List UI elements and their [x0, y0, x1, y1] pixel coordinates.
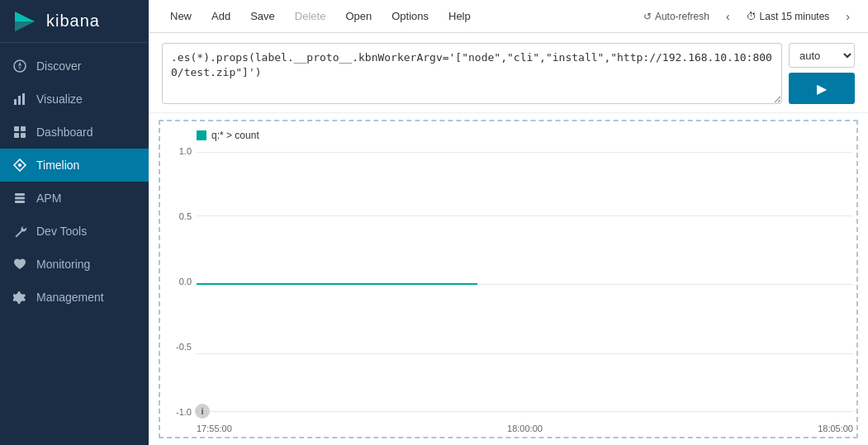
- chart-container: q:* > count 1.0 0.5 0.0 -0.5 -1.0: [159, 120, 858, 438]
- legend-color-swatch: [197, 130, 206, 140]
- svg-marker-1: [15, 21, 35, 31]
- svg-rect-5: [14, 99, 17, 105]
- sidebar-item-dashboard[interactable]: Dashboard: [0, 116, 149, 149]
- x-axis: 17:55:00 18:00:00 18:05:00: [197, 422, 853, 433]
- svg-rect-6: [18, 96, 21, 105]
- svg-rect-15: [15, 201, 25, 203]
- sidebar-logo: kibana: [0, 0, 149, 43]
- sidebar-item-management-label: Management: [36, 291, 104, 304]
- svg-marker-3: [18, 62, 21, 66]
- prev-time-button[interactable]: ‹: [721, 7, 735, 26]
- sidebar-item-dashboard-label: Dashboard: [36, 125, 93, 139]
- sidebar-item-discover-label: Discover: [36, 59, 81, 73]
- sidebar-item-timelion[interactable]: Timelion: [0, 149, 149, 182]
- toolbar: New Add Save Delete Open Options Help ↺ …: [149, 0, 868, 33]
- main-content: New Add Save Delete Open Options Help ↺ …: [149, 0, 868, 445]
- svg-point-12: [18, 163, 21, 167]
- sidebar-nav: Discover Visualize Dashboard Timelion AP…: [0, 43, 149, 314]
- gridline-threequarter: [197, 353, 853, 354]
- time-range-button[interactable]: ⏱ Last 15 minutes: [740, 7, 837, 26]
- chart-area: q:* > count 1.0 0.5 0.0 -0.5 -1.0: [149, 113, 868, 445]
- gridline-top: [197, 152, 853, 153]
- data-series-line: [197, 283, 477, 285]
- y-axis-tick-4: -0.5: [176, 342, 192, 352]
- kibana-logo-icon: [12, 8, 38, 35]
- compass-icon: [12, 58, 28, 74]
- sidebar-item-visualize-label: Visualize: [36, 92, 83, 106]
- open-button[interactable]: Open: [337, 7, 380, 26]
- svg-rect-8: [14, 126, 19, 131]
- svg-rect-7: [22, 93, 25, 105]
- time-range-label: Last 15 minutes: [760, 11, 830, 22]
- interval-select[interactable]: auto 1m 5m 1h 1d: [789, 43, 855, 68]
- auto-refresh-button[interactable]: ↺ Auto-refresh: [637, 7, 716, 26]
- timelion-icon: [12, 157, 28, 173]
- chart-body: 1.0 0.5 0.0 -0.5 -1.0: [164, 146, 853, 433]
- gridline-bottom: [197, 411, 853, 412]
- y-axis-tick-5: -1.0: [176, 407, 192, 417]
- next-time-button[interactable]: ›: [841, 7, 855, 26]
- stack-icon: [12, 190, 28, 206]
- new-button[interactable]: New: [162, 7, 200, 26]
- add-button[interactable]: Add: [203, 7, 239, 26]
- refresh-icon: ↺: [643, 11, 652, 22]
- sidebar-item-management[interactable]: Management: [0, 281, 149, 314]
- sidebar-item-apm[interactable]: APM: [0, 182, 149, 215]
- gear-icon: [12, 289, 28, 305]
- y-axis: 1.0 0.5 0.0 -0.5 -1.0: [164, 146, 197, 433]
- toolbar-right: ↺ Auto-refresh ‹ ⏱ Last 15 minutes ›: [637, 7, 855, 26]
- sidebar-item-monitoring[interactable]: Monitoring: [0, 248, 149, 281]
- sidebar-item-monitoring-label: Monitoring: [36, 258, 90, 271]
- gridline-quarter: [197, 215, 853, 216]
- options-button[interactable]: Options: [383, 7, 437, 26]
- app-name: kibana: [46, 12, 100, 31]
- chart-plot: [197, 146, 853, 422]
- y-axis-tick-3: 0.0: [179, 277, 192, 286]
- expression-controls: auto 1m 5m 1h 1d ▶: [789, 43, 855, 104]
- wrench-icon: [12, 223, 28, 239]
- x-axis-tick-1: 17:55:00: [197, 424, 232, 433]
- legend-label: q:* > count: [211, 130, 259, 141]
- sidebar-item-dev-tools-label: Dev Tools: [36, 225, 87, 238]
- svg-rect-11: [21, 133, 26, 138]
- svg-rect-13: [15, 193, 25, 196]
- chart-info-icon[interactable]: i: [195, 404, 210, 419]
- sidebar-item-discover[interactable]: Discover: [0, 50, 149, 83]
- svg-rect-9: [21, 126, 26, 131]
- chart-legend: q:* > count: [164, 128, 853, 146]
- sidebar: kibana Discover Visualize Dashboard Time…: [0, 0, 149, 445]
- sidebar-item-apm-label: APM: [36, 192, 61, 205]
- help-button[interactable]: Help: [440, 7, 479, 26]
- auto-refresh-label: Auto-refresh: [655, 11, 709, 22]
- grid-icon: [12, 124, 28, 140]
- heart-icon: [12, 256, 28, 272]
- expression-area: auto 1m 5m 1h 1d ▶: [149, 33, 868, 113]
- sidebar-item-visualize[interactable]: Visualize: [0, 83, 149, 116]
- svg-marker-4: [18, 66, 21, 70]
- sidebar-item-timelion-label: Timelion: [36, 159, 79, 172]
- delete-button[interactable]: Delete: [287, 7, 334, 26]
- svg-rect-14: [15, 197, 25, 200]
- x-axis-tick-3: 18:05:00: [818, 424, 853, 433]
- svg-rect-10: [14, 133, 19, 138]
- run-button[interactable]: ▶: [789, 73, 855, 104]
- clock-icon: ⏱: [747, 11, 757, 22]
- y-axis-tick-1: 1.0: [179, 146, 192, 156]
- bar-chart-icon: [12, 91, 28, 107]
- play-icon: ▶: [817, 81, 827, 97]
- expression-input[interactable]: [162, 43, 782, 104]
- save-button[interactable]: Save: [242, 7, 283, 26]
- y-axis-tick-2: 0.5: [179, 211, 192, 221]
- sidebar-item-dev-tools[interactable]: Dev Tools: [0, 215, 149, 248]
- x-axis-tick-2: 18:00:00: [507, 424, 543, 433]
